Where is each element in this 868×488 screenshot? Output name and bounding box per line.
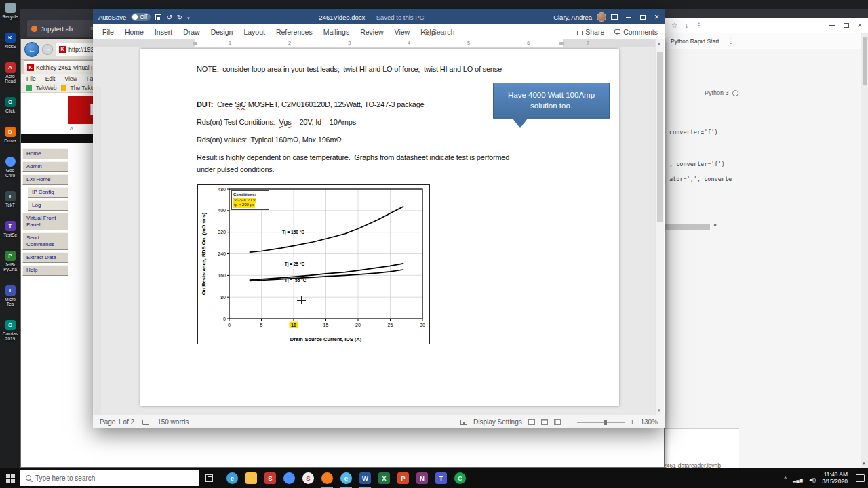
zoom-slider[interactable]: [577, 422, 625, 423]
file-kebab-icon[interactable]: [728, 37, 734, 45]
taskbar-app-firefox[interactable]: [318, 468, 336, 488]
desktop-icon-recycle[interactable]: Recycle: [0, 3, 20, 19]
taskbar-app-teams[interactable]: T: [432, 468, 450, 488]
vertical-ruler[interactable]: [94, 87, 101, 415]
taskbar-app-excel[interactable]: X: [375, 468, 393, 488]
result-paragraph-line1[interactable]: Result is highly dependent on case tempe…: [197, 153, 509, 161]
desktop-icon-micro[interactable]: TMicro Tea: [0, 285, 20, 306]
scroll-up-icon[interactable]: [658, 41, 660, 46]
ie-menu-file[interactable]: File: [26, 75, 36, 82]
save-icon[interactable]: [155, 14, 161, 20]
jupyterlab-file-entry[interactable]: Python Rapid Start...: [665, 33, 868, 49]
taskbar-app-onenote[interactable]: N: [413, 468, 431, 488]
vertical-scrollbar[interactable]: [861, 33, 868, 468]
maximize-icon[interactable]: [844, 23, 849, 28]
comments-button[interactable]: Comments: [614, 28, 658, 36]
callout-shape[interactable]: Have 4000 Watt 100Amp solution too.: [493, 83, 610, 119]
taskbar-search-input[interactable]: Type here to search: [20, 470, 199, 486]
browser-tab-jupyterlab[interactable]: JupyterLab ×: [27, 20, 98, 37]
desktop-icon-testsc[interactable]: TTestSc: [0, 221, 20, 237]
ribbon-tab-insert[interactable]: Insert: [149, 28, 178, 36]
zoom-in-button[interactable]: +: [631, 418, 635, 426]
read-mode-icon[interactable]: [528, 419, 535, 425]
start-button[interactable]: [0, 468, 20, 488]
desktop-icon-acro[interactable]: AAcro Read: [0, 62, 20, 83]
minimize-icon[interactable]: [626, 17, 631, 18]
favorite-link[interactable]: TekWeb: [36, 85, 57, 92]
task-view-button[interactable]: [199, 468, 219, 488]
desktop-icon-click[interactable]: CClick: [0, 97, 20, 113]
taskbar-app-snagit[interactable]: S: [299, 468, 317, 488]
taskbar-app-edge[interactable]: e: [223, 468, 241, 488]
taskbar-app-file-explorer[interactable]: [242, 468, 260, 488]
ie-menu-edit[interactable]: Edit: [45, 75, 56, 82]
scroll-right-icon[interactable]: [714, 222, 717, 228]
ribbon-display-options-icon[interactable]: [611, 14, 618, 20]
dut-paragraph[interactable]: DUT: Cree SiC MOSFET, C2M0160120D, 125Wa…: [197, 100, 425, 108]
ie-menu-view[interactable]: View: [64, 75, 77, 82]
ribbon-tab-mailings[interactable]: Mailings: [318, 28, 355, 36]
document-page[interactable]: NOTE: consider loop area in your test le…: [140, 49, 619, 406]
word-count[interactable]: 150 words: [157, 418, 189, 426]
close-icon[interactable]: [858, 22, 862, 29]
desktop-icon-druva[interactable]: DDruva: [0, 127, 20, 143]
horizontal-scrollbar[interactable]: [665, 224, 710, 230]
ribbon-search[interactable]: Search: [423, 28, 454, 36]
ribbon-tab-file[interactable]: File: [97, 28, 119, 36]
taskbar-app-powerpoint[interactable]: P: [394, 468, 412, 488]
ie-nav-lxi-home[interactable]: LXI Home: [22, 174, 68, 185]
desktop-icon-kicks[interactable]: KKickS: [0, 33, 20, 49]
values-paragraph[interactable]: Rds(on) values: Typical 160mΩ, Max 196mΩ: [197, 136, 341, 144]
taskbar-app-camtasia[interactable]: C: [451, 468, 469, 488]
network-icon[interactable]: [793, 472, 803, 484]
indent-marker[interactable]: [193, 42, 197, 45]
scrollbar-thumb[interactable]: [657, 52, 663, 222]
taskbar-app-internet-explorer[interactable]: e: [337, 468, 355, 488]
display-settings-label[interactable]: Display Settings: [473, 418, 522, 426]
scrollbar-thumb[interactable]: [863, 37, 867, 85]
indent-marker[interactable]: [559, 42, 564, 45]
forward-button[interactable]: [42, 44, 53, 55]
zoom-slider-thumb[interactable]: [604, 420, 607, 425]
desktop-icon-jetbr[interactable]: PJetBr PyCha: [0, 251, 20, 272]
web-layout-icon[interactable]: [554, 419, 561, 425]
ie-nav-admin[interactable]: Admin: [22, 161, 68, 172]
hidden-icons-chevron-icon[interactable]: [784, 472, 787, 484]
desktop-icon-camtas[interactable]: CCamtas 2019: [0, 320, 20, 341]
scroll-down-icon[interactable]: [863, 461, 865, 466]
print-layout-icon[interactable]: [541, 419, 548, 425]
document-scrollbar[interactable]: [655, 39, 664, 415]
share-button[interactable]: Share: [577, 28, 604, 36]
ie-nav-extract-data[interactable]: Extract Data: [22, 252, 68, 263]
download-icon[interactable]: [685, 22, 688, 29]
zoom-out-button[interactable]: −: [567, 418, 571, 426]
note-paragraph[interactable]: NOTE: consider loop area in your test le…: [197, 65, 502, 73]
ie-nav-home[interactable]: Home: [22, 148, 68, 159]
ribbon-tab-view[interactable]: View: [389, 28, 416, 36]
action-center-icon[interactable]: [856, 474, 865, 482]
desktop-icon-goo[interactable]: Goo Chro: [0, 157, 20, 178]
taskbar-app-chrome[interactable]: [280, 468, 298, 488]
ie-nav-send-commands[interactable]: Send Commands: [22, 232, 68, 250]
quick-access-caret-icon[interactable]: [187, 14, 190, 21]
ribbon-tab-design[interactable]: Design: [205, 28, 239, 36]
undo-icon[interactable]: [166, 14, 172, 21]
word-titlebar[interactable]: AutoSave Off 2461Video.docx - Saved to t…: [93, 9, 665, 24]
close-icon[interactable]: [654, 13, 659, 21]
user-avatar[interactable]: [597, 12, 606, 22]
back-button[interactable]: [24, 42, 39, 57]
bookmark-star-icon[interactable]: [671, 22, 677, 29]
taskbar-clock[interactable]: 11:48 AM 3/15/2020: [822, 471, 848, 485]
scroll-down-icon[interactable]: [658, 408, 660, 413]
ie-nav-virtual-front-panel[interactable]: Virtual Front Panel: [22, 213, 68, 230]
ribbon-tab-layout[interactable]: Layout: [238, 28, 271, 36]
page-indicator[interactable]: Page 1 of 2: [100, 418, 134, 426]
ie-nav-log[interactable]: Log: [28, 200, 68, 211]
ie-nav-help[interactable]: Help: [22, 265, 68, 276]
desktop-icon-tekt[interactable]: TTekT: [0, 191, 20, 207]
rds-vs-current-chart[interactable]: 080160240320400480051015202530Tj = 150 °…: [197, 184, 430, 344]
maximize-icon[interactable]: [640, 15, 646, 20]
ribbon-tab-draw[interactable]: Draw: [178, 28, 205, 36]
zoom-level[interactable]: 130%: [640, 418, 658, 426]
result-paragraph-line2[interactable]: under pulsed conditions.: [197, 165, 274, 174]
